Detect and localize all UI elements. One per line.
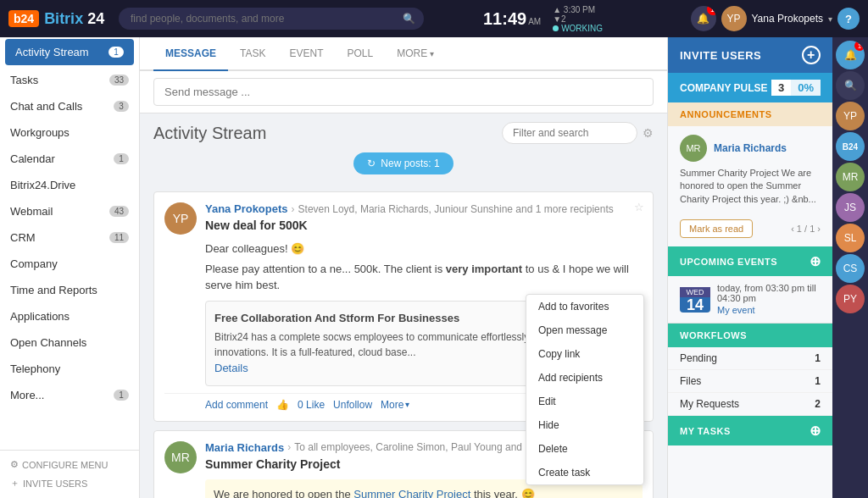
sidebar-item-more[interactable]: More... 1 [0,382,139,408]
ann-author[interactable]: Maria Richards [714,142,787,154]
current-time: 11:49 [483,10,526,27]
filter-input[interactable] [502,122,637,144]
invite-users-button[interactable]: INVITE USERS + [668,37,832,73]
like-button[interactable]: 0 Like [298,399,325,411]
charity-link[interactable]: Summer Charity Project [353,488,470,499]
sidebar-label-time: Time and Reports [10,284,97,296]
sidebar-item-applications[interactable]: Applications [0,303,139,329]
filter-area: ⚙ [502,122,654,144]
ctx-delete[interactable]: Delete [526,437,643,461]
search-input[interactable] [119,8,424,30]
sidebar-badge-tasks: 33 [109,75,129,86]
sidebar-item-crm[interactable]: CRM 11 [0,224,139,251]
events-label: UPCOMING EVENTS [680,257,777,267]
notif-icon[interactable]: 🔔 1 [691,6,716,31]
sidebar-item-channels[interactable]: Open Channels [0,329,139,356]
tab-task[interactable]: TASK [228,37,277,71]
events-title: UPCOMING EVENTS ⊕ [668,246,832,276]
more-button[interactable]: More ▾ [381,399,409,411]
filter-gear-icon[interactable]: ⚙ [643,126,654,140]
post-2-author[interactable]: Maria Richards [205,441,284,454]
post-1-author[interactable]: Yana Prokopets [205,202,288,215]
logo-icon: b24 [8,10,39,27]
sidebar-label-telephony: Telephony [10,362,60,375]
workflow-files-label: Files [680,375,701,387]
post-1-text: Please pay attention to a ne... 500k. Th… [205,261,643,294]
ctx-copy-link[interactable]: Copy link [526,342,643,366]
ctx-add-recipients[interactable]: Add recipients [526,366,643,390]
far-right-avatar-6[interactable]: PY [836,285,865,313]
user-menu[interactable]: YP Yana Prokopets ▾ [721,6,833,31]
ctx-add-favorites[interactable]: Add to favorites [526,295,643,318]
announcement-body: MR Maria Richards Summer Charity Project… [668,126,832,214]
refresh-icon: ↻ [367,158,376,169]
topbar-icons: 🔔 1 YP Yana Prokopets ▾ ? [691,6,860,31]
workflow-pending-count: 1 [815,352,821,364]
post-2-avatar: MR [164,441,197,473]
add-task-icon[interactable]: ⊕ [810,423,821,439]
tab-more[interactable]: MORE ▾ [385,37,446,71]
sidebar-item-chat[interactable]: Chat and Calls 3 [0,93,139,119]
logo[interactable]: b24 Bitrix 24 [8,10,110,28]
tab-message[interactable]: MESSAGE [153,37,228,71]
far-right-avatar-5[interactable]: CS [836,254,865,283]
time-ampm: AM [528,17,541,26]
sidebar-item-telephony[interactable]: Telephony [0,356,139,382]
new-posts-banner[interactable]: ↻ New posts: 1 [353,152,453,174]
event-details: today, from 03:30 pm till 04:30 pm My ev… [717,283,821,316]
sidebar-item-company[interactable]: Company [0,251,139,277]
mark-read-area: Mark as read ‹ 1 / 1 › [668,214,832,246]
sidebar-label-company: Company [10,257,58,270]
far-right-notifications[interactable]: 🔔 1 [836,41,865,69]
unfollow-button[interactable]: Unfollow [333,399,372,411]
sidebar-badge-activity: 1 [108,47,124,58]
post-2-arrow: › [287,441,291,453]
sidebar-invite-button[interactable]: ＋ INVITE USERS [10,473,129,493]
sidebar-item-tasks[interactable]: Tasks 33 [0,67,139,93]
like-icon: 👍 [276,399,289,411]
next-ann-icon[interactable]: › [817,224,821,234]
post-1-star-icon[interactable]: ☆ [634,201,644,213]
details-link[interactable]: Details [214,362,248,374]
ctx-open-message[interactable]: Open message [526,318,643,342]
notification-bell[interactable]: 🔔 1 [691,6,716,31]
sidebar-item-time[interactable]: Time and Reports [0,277,139,303]
ctx-hide[interactable]: Hide [526,413,643,437]
ctx-create-task[interactable]: Create task [526,461,643,484]
more-chevron-icon: ▾ [430,49,434,58]
sidebar-item-webmail[interactable]: Webmail 43 [0,198,139,224]
help-button[interactable]: ? [837,8,860,30]
event-month: WED [680,287,710,297]
context-menu: Add to favorites Open message Copy link … [526,294,644,485]
sidebar-bottom: ⚙ CONFIGURE MENU ＋ INVITE USERS [0,450,139,498]
post-1-arrow: › [292,203,295,215]
far-right-avatar-4[interactable]: SL [836,224,865,252]
tab-event[interactable]: EVENT [277,37,335,71]
add-comment-link[interactable]: Add comment [205,399,268,411]
sidebar-item-workgroups[interactable]: Workgroups [0,119,139,146]
far-right-avatar-3[interactable]: JS [836,193,865,222]
tab-poll[interactable]: POLL [335,37,385,71]
message-input-area[interactable] [140,71,667,113]
add-event-icon[interactable]: ⊕ [810,253,821,269]
message-input[interactable] [153,78,654,106]
sidebar-label-channels: Open Channels [10,336,86,349]
user-avatar: YP [721,6,747,31]
event-link[interactable]: My event [717,305,755,315]
sidebar-badge-webmail: 43 [109,206,129,217]
topbar: b24 Bitrix 24 🔍 11:49 AM ▲ 3:30 PM ▼2 WO… [0,0,868,37]
far-right-avatar-b24[interactable]: B24 [836,132,865,161]
search-bar[interactable]: 🔍 [119,8,424,30]
far-right-avatar-2[interactable]: MR [836,163,865,191]
configure-menu-button[interactable]: ⚙ CONFIGURE MENU [10,456,129,473]
far-right-search[interactable]: 🔍 [836,71,865,100]
sidebar-item-activity-stream[interactable]: Activity Stream 1 [5,39,134,65]
sidebar-item-drive[interactable]: Bitrix24.Drive [0,172,139,198]
prev-ann-icon[interactable]: ‹ [791,224,794,234]
mark-as-read-button[interactable]: Mark as read [680,219,753,238]
post-1-avatar: YP [164,202,197,235]
ctx-edit[interactable]: Edit [526,390,643,413]
post-1-recipients: Steven Loyd, Maria Richards, Juniour Sun… [298,203,614,215]
far-right-avatar-1[interactable]: YP [836,102,865,130]
sidebar-item-calendar[interactable]: Calendar 1 [0,146,139,172]
